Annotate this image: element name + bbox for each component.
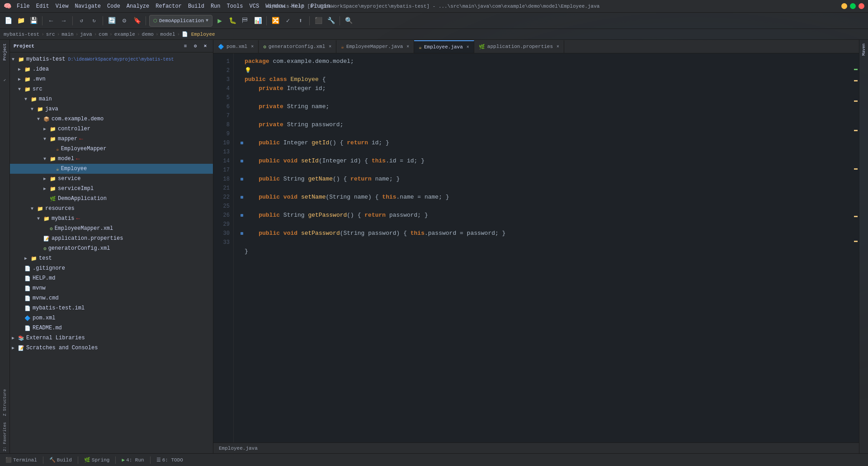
- tree-employee[interactable]: ▶ ☕ Employee: [10, 164, 213, 174]
- tree-app-props[interactable]: ▶ 📝 application.properties: [10, 233, 213, 243]
- debug-button[interactable]: 🐛: [227, 15, 238, 26]
- tree-demo-app[interactable]: ▶ 🌿 DemoApplication: [10, 194, 213, 204]
- menu-vcs[interactable]: VCS: [247, 2, 262, 10]
- settings-button[interactable]: ⚙: [119, 15, 130, 26]
- menu-build[interactable]: Build: [185, 2, 207, 10]
- bc-demo[interactable]: demo: [142, 32, 154, 37]
- structure-button[interactable]: 🔧: [326, 15, 336, 26]
- bc-src[interactable]: src: [46, 32, 55, 37]
- run-button[interactable]: ▶: [214, 15, 225, 26]
- tree-resources[interactable]: ▼ 📁 resources: [10, 204, 213, 214]
- tree-pom[interactable]: ▶ 🔷 pom.xml: [10, 313, 213, 323]
- bookmark-button[interactable]: 🔖: [132, 15, 142, 26]
- menu-run[interactable]: Run: [208, 2, 223, 10]
- tab-generator-xml[interactable]: ⚙ generatorConfig.xml ×: [259, 40, 336, 53]
- tab-employee-java[interactable]: ☕ Employee.java ×: [414, 40, 474, 53]
- bc-main[interactable]: main: [61, 32, 73, 37]
- tree-gen-xml[interactable]: ▶ ⚙ generatorConfig.xml: [10, 243, 213, 253]
- tree-readme[interactable]: ▶ 📄 README.md: [10, 323, 213, 333]
- new-file-button[interactable]: 📄: [3, 15, 14, 26]
- tab-pom-close[interactable]: ×: [251, 44, 254, 49]
- tree-help-md[interactable]: ▶ 📄 HELP.md: [10, 273, 213, 283]
- bc-employee[interactable]: 📄 Employee: [182, 31, 215, 37]
- menu-edit[interactable]: Edit: [33, 2, 52, 10]
- close-button[interactable]: ×: [859, 3, 864, 9]
- project-icon[interactable]: Project: [1, 42, 9, 62]
- menu-analyze[interactable]: Analyze: [124, 2, 152, 10]
- tab-app-props[interactable]: 🌿 application.properties ×: [474, 40, 564, 53]
- spring-tool-button[interactable]: 🌿 Spring: [81, 456, 113, 464]
- favorites-icon[interactable]: 2: Favorites: [1, 420, 9, 453]
- tree-main[interactable]: ▼ 📁 main: [10, 94, 213, 104]
- tree-test[interactable]: ▶ 📁 test: [10, 253, 213, 263]
- bc-model[interactable]: model: [160, 32, 175, 37]
- save-button[interactable]: 💾: [28, 15, 39, 26]
- tree-mvnw[interactable]: ▶ 📄 mvnw: [10, 283, 213, 293]
- tree-scratches[interactable]: ▶ 📝 Scratches and Consoles: [10, 343, 213, 353]
- minimize-button[interactable]: −: [841, 3, 847, 9]
- tab-pom-xml[interactable]: 🔷 pom.xml ×: [213, 40, 259, 53]
- settings-project-button[interactable]: ⚙: [191, 42, 199, 50]
- tab-employee-mapper-java[interactable]: ☕ EmployeeMapper.java ×: [336, 40, 414, 53]
- tree-ext-lib[interactable]: ▶ 📚 External Libraries: [10, 333, 213, 343]
- forward-button[interactable]: →: [58, 15, 69, 26]
- tree-src[interactable]: ▼ 📁 src: [10, 84, 213, 94]
- menu-view[interactable]: View: [53, 2, 71, 10]
- commit-button[interactable]: ✓: [283, 15, 293, 26]
- tree-package[interactable]: ▼ 📦 com.example.demo: [10, 114, 213, 124]
- structure-side-icon[interactable]: Z Structure: [1, 387, 9, 418]
- tab-employee-close[interactable]: ×: [467, 45, 469, 50]
- terminal-tool-button[interactable]: ⬛ Terminal: [3, 456, 40, 464]
- bc-com[interactable]: com: [99, 32, 108, 37]
- tree-mvn[interactable]: ▶ 📁 .mvn: [10, 74, 213, 84]
- menu-refactor[interactable]: Refactor: [153, 2, 184, 10]
- tree-model[interactable]: ▼ 📁 model ←: [10, 154, 213, 164]
- push-button[interactable]: ⬆: [295, 15, 306, 26]
- bp-indicator-10: [241, 142, 243, 144]
- tree-service[interactable]: ▶ 📁 service: [10, 174, 213, 184]
- tree-java[interactable]: ▼ 📁 java: [10, 104, 213, 114]
- collapse-all-button[interactable]: ≡: [181, 42, 189, 50]
- bc-example[interactable]: example: [114, 32, 135, 37]
- terminal-button[interactable]: ⬛: [313, 15, 324, 26]
- tree-gitignore[interactable]: ▶ 📄 .gitignore: [10, 263, 213, 273]
- tree-mvnw-cmd[interactable]: ▶ 📄 mvnw.cmd: [10, 293, 213, 303]
- menu-file[interactable]: File: [14, 2, 33, 10]
- menu-navigate[interactable]: Navigate: [72, 2, 104, 10]
- tree-idea[interactable]: ▶ 📁 .idea: [10, 64, 213, 74]
- menu-code[interactable]: Code: [104, 2, 123, 10]
- bc-mybatis-test[interactable]: mybatis-test: [4, 32, 39, 37]
- tree-service-impl[interactable]: ▶ 📁 serviceImpl: [10, 184, 213, 194]
- coverage-button[interactable]: ⛿: [240, 15, 250, 26]
- code-editor[interactable]: 1 2 3 4 5 6 7 8 9 10 13 14 17 18 21: [213, 53, 859, 442]
- profile-button[interactable]: 📊: [252, 15, 263, 26]
- code-content[interactable]: package com.example.demo.model; 💡 public…: [234, 53, 859, 442]
- tree-mybatis[interactable]: ▼ 📁 mybatis ←: [10, 214, 213, 223]
- tree-controller[interactable]: ▶ 📁 controller: [10, 124, 213, 134]
- bc-java[interactable]: java: [80, 32, 92, 37]
- redo-button[interactable]: ↻: [89, 15, 99, 26]
- search-everywhere-button[interactable]: 🔍: [343, 15, 354, 26]
- tab-gen-close[interactable]: ×: [329, 44, 331, 49]
- undo-button[interactable]: ↺: [76, 15, 87, 26]
- run-configuration-selector[interactable]: ⬡ DemoApplication ▼: [149, 15, 212, 27]
- back-button[interactable]: ←: [46, 15, 57, 26]
- menu-tools[interactable]: Tools: [224, 2, 246, 10]
- sync-button[interactable]: 🔄: [106, 15, 117, 26]
- tab-app-close[interactable]: ×: [557, 44, 559, 49]
- build-tool-button[interactable]: 🔨 Build: [47, 456, 75, 464]
- tree-employee-mapper-xml[interactable]: ▶ ⚙ EmployeeMapper.xml: [10, 223, 213, 233]
- tree-mapper[interactable]: ▼ 📁 mapper ←: [10, 134, 213, 144]
- run-tool-button[interactable]: ▶ 4: Run: [119, 456, 146, 464]
- tree-employee-mapper[interactable]: ▶ ☕ EmployeeMapper: [10, 144, 213, 154]
- tree-iml[interactable]: ▶ 📄 mybatis-test.iml: [10, 303, 213, 313]
- open-folder-button[interactable]: 📁: [15, 15, 26, 26]
- tab-mapper-close[interactable]: ×: [406, 44, 409, 49]
- tree-root[interactable]: ▼ 📁 mybatis-test D:\ideaWorkSpace\myproj…: [10, 54, 213, 64]
- commit-icon[interactable]: ✓: [1, 77, 9, 84]
- maximize-button[interactable]: □: [850, 3, 856, 9]
- maven-icon[interactable]: Maven: [860, 42, 868, 57]
- close-project-button[interactable]: ×: [201, 42, 209, 50]
- vcs-button[interactable]: 🔀: [270, 15, 281, 26]
- todo-tool-button[interactable]: ☰ 6: TODO: [154, 456, 186, 464]
